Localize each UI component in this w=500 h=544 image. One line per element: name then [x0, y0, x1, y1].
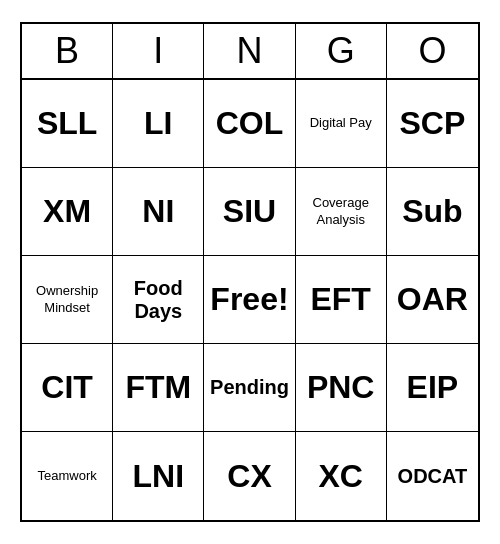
cell-content: Pending	[210, 376, 289, 399]
cell-content: SIU	[223, 193, 276, 230]
bingo-cell: LNI	[113, 432, 204, 520]
cell-content: Free!	[210, 281, 288, 318]
cell-content: EIP	[407, 369, 459, 406]
bingo-cell: SLL	[22, 80, 113, 168]
cell-content: FTM	[125, 369, 191, 406]
cell-content: Ownership Mindset	[26, 283, 108, 317]
bingo-cell: Sub	[387, 168, 478, 256]
cell-content: Food Days	[117, 277, 199, 323]
cell-content: XM	[43, 193, 91, 230]
cell-content: Digital Pay	[310, 115, 372, 132]
bingo-cell: CIT	[22, 344, 113, 432]
cell-content: SCP	[399, 105, 465, 142]
cell-content: CX	[227, 458, 271, 495]
bingo-cell: Free!	[204, 256, 295, 344]
bingo-cell: EFT	[296, 256, 387, 344]
bingo-cell: Pending	[204, 344, 295, 432]
header-letter: N	[204, 24, 295, 78]
bingo-cell: COL	[204, 80, 295, 168]
bingo-cell: LI	[113, 80, 204, 168]
cell-content: EFT	[310, 281, 370, 318]
bingo-cell: Digital Pay	[296, 80, 387, 168]
bingo-cell: OAR	[387, 256, 478, 344]
bingo-card: BINGO SLLLICOLDigital PaySCPXMNISIUCover…	[20, 22, 480, 522]
cell-content: OAR	[397, 281, 468, 318]
bingo-grid: SLLLICOLDigital PaySCPXMNISIUCoverage An…	[22, 80, 478, 520]
bingo-cell: XM	[22, 168, 113, 256]
bingo-cell: SIU	[204, 168, 295, 256]
header-letter: B	[22, 24, 113, 78]
header-letter: O	[387, 24, 478, 78]
bingo-cell: FTM	[113, 344, 204, 432]
cell-content: ODCAT	[398, 465, 468, 488]
cell-content: Sub	[402, 193, 462, 230]
bingo-cell: Ownership Mindset	[22, 256, 113, 344]
cell-content: PNC	[307, 369, 375, 406]
bingo-cell: ODCAT	[387, 432, 478, 520]
cell-content: COL	[216, 105, 284, 142]
cell-content: NI	[142, 193, 174, 230]
cell-content: LNI	[133, 458, 185, 495]
bingo-cell: PNC	[296, 344, 387, 432]
cell-content: LI	[144, 105, 172, 142]
cell-content: Coverage Analysis	[300, 195, 382, 229]
bingo-cell: Food Days	[113, 256, 204, 344]
header-letter: G	[296, 24, 387, 78]
bingo-cell: EIP	[387, 344, 478, 432]
cell-content: CIT	[41, 369, 93, 406]
cell-content: SLL	[37, 105, 97, 142]
bingo-cell: XC	[296, 432, 387, 520]
cell-content: Teamwork	[37, 468, 96, 485]
bingo-cell: Coverage Analysis	[296, 168, 387, 256]
bingo-cell: Teamwork	[22, 432, 113, 520]
bingo-cell: NI	[113, 168, 204, 256]
bingo-cell: SCP	[387, 80, 478, 168]
bingo-cell: CX	[204, 432, 295, 520]
bingo-header: BINGO	[22, 24, 478, 80]
cell-content: XC	[318, 458, 362, 495]
header-letter: I	[113, 24, 204, 78]
